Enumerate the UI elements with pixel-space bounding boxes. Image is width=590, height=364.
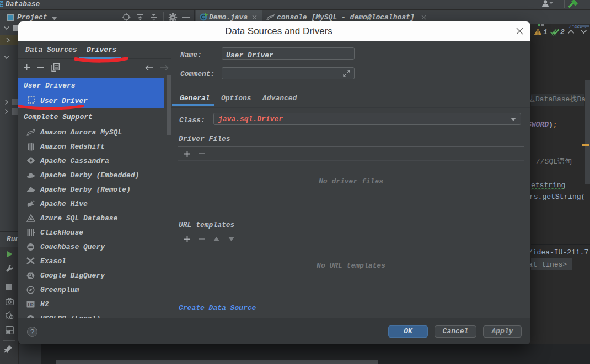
svg-text:H2: H2	[28, 302, 34, 307]
